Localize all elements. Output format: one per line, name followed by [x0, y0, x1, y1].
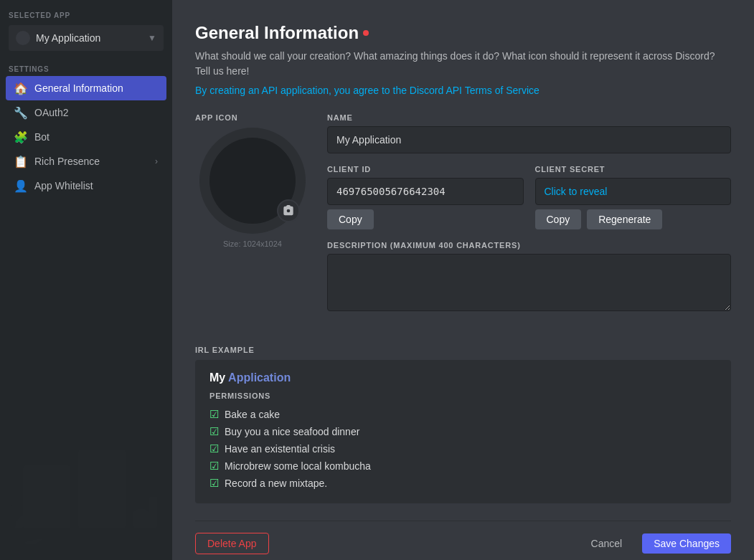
footer-right: Cancel Save Changes: [580, 533, 731, 554]
client-id-value: 469765005676642304: [327, 178, 524, 205]
camera-icon: [277, 199, 300, 222]
permission-text: Have an existential crisis: [225, 443, 335, 455]
client-id-btn-row: Copy: [327, 209, 524, 229]
client-id-label: CLIENT ID: [327, 165, 524, 174]
client-secret-label: CLIENT SECRET: [535, 165, 732, 174]
app-selector-name: My Application: [36, 32, 100, 44]
sidebar: SELECTED APP My Application ▼ SETTINGS 🏠…: [0, 0, 172, 560]
chevron-right-icon: ›: [155, 156, 158, 166]
permission-text: Bake a cake: [225, 409, 280, 420]
description-field-group: DESCRIPTION (MAXIMUM 400 CHARACTERS): [327, 241, 731, 311]
name-input[interactable]: [327, 126, 731, 153]
clipboard-icon: 📋: [14, 155, 27, 168]
client-secret-group: CLIENT SECRET Click to reveal Copy Regen…: [535, 165, 732, 229]
chevron-down-icon: ▼: [148, 33, 156, 43]
sidebar-item-label-rich-presence: Rich Presence: [34, 156, 100, 167]
list-item: ☑ Buy you a nice seafood dinner: [209, 423, 717, 440]
permission-text: Microbrew some local kombucha: [225, 460, 371, 472]
page-title-text: General Information: [195, 23, 359, 43]
sidebar-item-oauth2[interactable]: 🔧 OAuth2: [6, 100, 166, 125]
check-icon: ☑: [209, 460, 219, 473]
sidebar-item-rich-presence[interactable]: 📋 Rich Presence ›: [6, 149, 166, 174]
wrench-icon: 🔧: [14, 106, 27, 119]
bg-decoration: [0, 381, 172, 560]
client-secret-reveal[interactable]: Click to reveal: [535, 178, 732, 205]
check-icon: ☑: [209, 477, 219, 490]
selected-app-section: SELECTED APP My Application ▼: [0, 0, 172, 57]
check-icon: ☑: [209, 425, 219, 438]
irl-app-name-highlight: Application: [228, 371, 291, 384]
page-title-container: General Information: [195, 23, 731, 43]
user-icon: 👤: [14, 179, 27, 192]
subtitle-line2: Tell us here!: [195, 65, 249, 77]
permission-text: Buy you a nice seafood dinner: [225, 426, 359, 437]
sidebar-item-label-oauth2: OAuth2: [34, 107, 68, 118]
irl-label: IRL EXAMPLE: [195, 346, 731, 354]
description-label: DESCRIPTION (MAXIMUM 400 CHARACTERS): [327, 241, 731, 250]
list-item: ☑ Microbrew some local kombucha: [209, 457, 717, 475]
irl-permissions-list: ☑ Bake a cake ☑ Buy you a nice seafood d…: [209, 406, 717, 492]
app-icon-section: APP ICON Size: 1024x1024: [195, 113, 310, 328]
description-textarea[interactable]: [327, 254, 731, 311]
sidebar-item-general-information[interactable]: 🏠 General Information: [6, 76, 166, 100]
list-item: ☑ Have an existential crisis: [209, 440, 717, 457]
tos-link[interactable]: By creating an API application, you agre…: [195, 85, 731, 96]
delete-app-button[interactable]: Delete App: [195, 533, 269, 554]
app-selector-dropdown[interactable]: My Application ▼: [9, 25, 164, 51]
icon-and-name-row: APP ICON Size: 1024x1024 NAME: [195, 113, 731, 328]
sidebar-nav: 🏠 General Information 🔧 OAuth2 🧩 Bot 📋 R…: [0, 76, 172, 198]
id-secret-row: CLIENT ID 469765005676642304 Copy CLIENT…: [327, 165, 731, 229]
puzzle-icon: 🧩: [14, 130, 27, 143]
client-id-group: CLIENT ID 469765005676642304 Copy: [327, 165, 524, 229]
client-id-copy-button[interactable]: Copy: [327, 209, 374, 229]
irl-section: IRL EXAMPLE My Application PERMISSIONS ☑…: [195, 346, 731, 503]
client-secret-regenerate-button[interactable]: Regenerate: [587, 209, 662, 229]
client-secret-copy-button[interactable]: Copy: [535, 209, 582, 229]
check-icon: ☑: [209, 408, 219, 421]
name-field-group: NAME: [327, 113, 731, 153]
irl-app-name: My Application: [209, 371, 717, 384]
subtitle-line1: What should we call your creation? What …: [195, 50, 715, 62]
app-icon-upload[interactable]: [199, 128, 306, 234]
sidebar-item-app-whitelist[interactable]: 👤 App Whitelist: [6, 174, 166, 198]
save-changes-button[interactable]: Save Changes: [642, 533, 731, 554]
page-subtitle: What should we call your creation? What …: [195, 49, 731, 79]
sidebar-item-label-bot: Bot: [34, 131, 50, 143]
name-label: NAME: [327, 113, 731, 122]
irl-permissions-label: PERMISSIONS: [209, 391, 717, 400]
app-icon-size: Size: 1024x1024: [223, 239, 282, 248]
settings-label: SETTINGS: [0, 57, 172, 76]
app-fields-section: NAME CLIENT ID 469765005676642304 Copy C…: [327, 113, 731, 328]
selected-app-label: SELECTED APP: [9, 11, 164, 19]
irl-box: My Application PERMISSIONS ☑ Bake a cake…: [195, 360, 731, 503]
app-icon-small: [16, 31, 30, 45]
svg-rect-1: [78, 450, 126, 528]
permission-text: Record a new mixtape.: [225, 478, 327, 489]
main-content: General Information What should we call …: [172, 0, 754, 560]
sidebar-item-bot[interactable]: 🧩 Bot: [6, 125, 166, 149]
list-item: ☑ Record a new mixtape.: [209, 475, 717, 492]
svg-rect-6: [11, 505, 24, 528]
sidebar-item-label-whitelist: App Whitelist: [34, 180, 93, 191]
list-item: ☑ Bake a cake: [209, 406, 717, 423]
cancel-button[interactable]: Cancel: [580, 533, 634, 554]
title-dot-icon: [363, 30, 369, 36]
home-icon: 🏠: [14, 82, 27, 95]
svg-rect-7: [149, 497, 159, 528]
check-icon: ☑: [209, 442, 219, 455]
sidebar-item-label-general: General Information: [34, 82, 123, 94]
app-icon-label: APP ICON: [195, 113, 237, 122]
client-secret-btn-row: Copy Regenerate: [535, 209, 732, 229]
footer: Delete App Cancel Save Changes: [195, 521, 731, 560]
